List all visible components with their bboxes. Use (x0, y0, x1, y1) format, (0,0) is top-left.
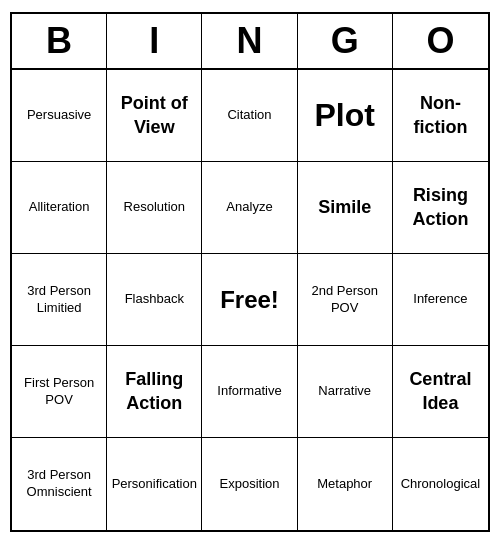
bingo-cell: Free! (202, 254, 297, 346)
bingo-cell: Personification (107, 438, 202, 530)
bingo-header: BINGO (12, 14, 488, 70)
bingo-cell: Falling Action (107, 346, 202, 438)
bingo-cell: 2nd Person POV (298, 254, 393, 346)
bingo-cell: Resolution (107, 162, 202, 254)
header-letter: I (107, 14, 202, 68)
bingo-card: BINGO PersuasivePoint of ViewCitationPlo… (10, 12, 490, 532)
bingo-cell: Central Idea (393, 346, 488, 438)
bingo-cell: Point of View (107, 70, 202, 162)
bingo-cell: Rising Action (393, 162, 488, 254)
bingo-cell: Informative (202, 346, 297, 438)
header-letter: O (393, 14, 488, 68)
bingo-cell: Plot (298, 70, 393, 162)
bingo-cell: Flashback (107, 254, 202, 346)
bingo-cell: Narrative (298, 346, 393, 438)
header-letter: B (12, 14, 107, 68)
bingo-cell: First Person POV (12, 346, 107, 438)
bingo-cell: 3rd Person Limitied (12, 254, 107, 346)
bingo-cell: Alliteration (12, 162, 107, 254)
bingo-cell: Citation (202, 70, 297, 162)
bingo-cell: Exposition (202, 438, 297, 530)
bingo-cell: Metaphor (298, 438, 393, 530)
bingo-grid: PersuasivePoint of ViewCitationPlotNon-f… (12, 70, 488, 530)
header-letter: G (298, 14, 393, 68)
bingo-cell: 3rd Person Omniscient (12, 438, 107, 530)
header-letter: N (202, 14, 297, 68)
bingo-cell: Persuasive (12, 70, 107, 162)
bingo-cell: Chronological (393, 438, 488, 530)
bingo-cell: Non-fiction (393, 70, 488, 162)
bingo-cell: Simile (298, 162, 393, 254)
bingo-cell: Inference (393, 254, 488, 346)
bingo-cell: Analyze (202, 162, 297, 254)
